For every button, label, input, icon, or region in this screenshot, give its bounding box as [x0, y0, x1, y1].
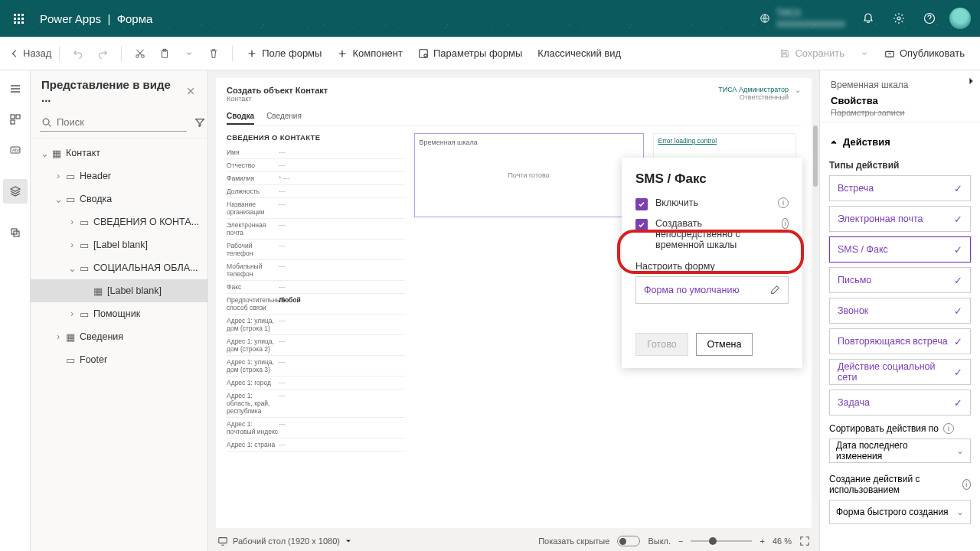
svg-rect-10: [11, 115, 15, 119]
svg-rect-11: [16, 115, 20, 119]
redo-icon[interactable]: [92, 43, 113, 64]
save-button[interactable]: Сохранить: [773, 41, 851, 66]
action-call[interactable]: Звонок✓: [829, 298, 971, 324]
library-icon[interactable]: [3, 220, 28, 245]
paste-icon[interactable]: [154, 43, 175, 64]
form-params-button[interactable]: Параметры формы: [412, 41, 528, 66]
collapse-icon[interactable]: [966, 77, 975, 86]
back-button[interactable]: Назад: [9, 47, 51, 59]
svg-point-1: [897, 17, 900, 20]
cancel-button[interactable]: Отмена: [696, 333, 753, 356]
svg-rect-12: [11, 120, 15, 124]
close-icon[interactable]: [183, 83, 198, 99]
settings-icon[interactable]: [885, 0, 913, 37]
tree-node-contact[interactable]: ⌄▦Контакт: [31, 142, 207, 165]
undo-icon[interactable]: [67, 43, 89, 64]
save-chevron-icon[interactable]: [854, 43, 875, 64]
tab-summary[interactable]: Сводка: [227, 109, 254, 125]
property-panel: Временная шкала Свойства Параметры запис…: [819, 70, 980, 551]
tree-node-label-blank-2[interactable]: ▦[Label blank]: [31, 279, 207, 302]
done-button: Готово: [635, 333, 688, 356]
tree-node-details[interactable]: ›▦Сведения: [31, 325, 207, 348]
add-form-field-button[interactable]: Поле формы: [240, 41, 328, 66]
paste-chevron-icon[interactable]: [178, 43, 200, 64]
tree-view-icon[interactable]: [3, 179, 28, 204]
action-sms[interactable]: SMS / Факс✓: [829, 236, 971, 262]
zoom-slider[interactable]: [691, 540, 752, 542]
action-meeting[interactable]: Встреча✓: [829, 175, 971, 201]
svg-text:Abc: Abc: [12, 148, 20, 152]
tree-node-label-blank-1[interactable]: ›▭[Label blank]: [31, 233, 207, 256]
action-email[interactable]: Электронная почта✓: [829, 206, 971, 232]
components-icon[interactable]: [3, 107, 28, 132]
form-owner[interactable]: ТИСА Администратор Ответственный: [718, 86, 789, 101]
info-icon[interactable]: i: [778, 197, 789, 208]
search-input[interactable]: [40, 113, 187, 132]
info-icon[interactable]: i: [962, 479, 971, 490]
popup-title: SMS / Факс: [635, 171, 789, 187]
sms-fax-popup: SMS / Факс Включить i Создавать непосред…: [622, 158, 802, 368]
enable-checkbox[interactable]: [635, 198, 648, 210]
timeline-control[interactable]: Временная шкала Почти готово: [414, 133, 644, 217]
action-social[interactable]: Действие социальной сети✓: [829, 359, 971, 385]
sort-select[interactable]: Дата последнего изменения⌄: [829, 439, 971, 463]
action-recurring[interactable]: Повторяющаяся встреча✓: [829, 328, 971, 354]
tree-node-social[interactable]: ⌄▭СОЦИАЛЬНАЯ ОБЛА...: [31, 256, 207, 279]
tree-node-footer[interactable]: ▭Footer: [31, 348, 207, 371]
actions-section-header[interactable]: Действия: [829, 129, 971, 154]
info-icon[interactable]: i: [782, 218, 789, 229]
tree-node-summary[interactable]: ⌄▭Сводка: [31, 187, 207, 210]
svg-rect-18: [219, 538, 227, 543]
classic-view-button[interactable]: Классический вид: [531, 41, 627, 66]
tree-node-header[interactable]: ›▭Header: [31, 165, 207, 187]
canvas-scrollbar[interactable]: [813, 80, 818, 500]
tree-node-helper[interactable]: ›▭Помощник: [31, 302, 207, 325]
waffle-icon[interactable]: [6, 0, 31, 37]
create-with-select[interactable]: Форма быстрого создания⌄: [829, 500, 971, 524]
tree-title: Представление в виде ...: [41, 78, 183, 104]
hamburger-icon[interactable]: [3, 77, 28, 101]
chevron-down-icon[interactable]: ⌄: [795, 86, 801, 94]
show-hidden-toggle[interactable]: [617, 536, 640, 546]
app-title: Power Apps | Форма: [40, 12, 152, 25]
command-bar: Назад Поле формы Компонент Параметры фор…: [0, 37, 980, 70]
svg-rect-9: [886, 51, 894, 57]
action-task[interactable]: Задача✓: [829, 390, 971, 416]
tree-node-contact-info[interactable]: ›▭СВЕДЕНИЯ О КОНТА...: [31, 210, 207, 233]
bell-icon[interactable]: [854, 0, 882, 37]
info-icon[interactable]: i: [943, 423, 954, 434]
left-rail: Abc: [0, 70, 31, 551]
action-letter[interactable]: Письмо✓: [829, 267, 971, 293]
app-header: Power Apps | Форма ТИСАxxxxxxxxxxxxxxx: [0, 0, 980, 37]
form-title: Создать объект Контакт: [227, 86, 718, 95]
viewport-selector[interactable]: Рабочий стол (1920 x 1080): [217, 536, 352, 546]
svg-point-17: [43, 119, 49, 125]
environment-picker[interactable]: ТИСАxxxxxxxxxxxxxxx: [760, 8, 845, 29]
create-direct-checkbox[interactable]: [635, 219, 648, 231]
delete-icon[interactable]: [203, 43, 224, 64]
user-avatar[interactable]: [946, 0, 974, 37]
help-icon[interactable]: [916, 0, 943, 37]
zoom-in-icon[interactable]: +: [760, 536, 764, 546]
tab-details[interactable]: Сведения: [266, 109, 302, 125]
zoom-out-icon[interactable]: −: [678, 536, 683, 546]
add-component-button[interactable]: Компонент: [331, 41, 409, 66]
svg-point-8: [424, 54, 427, 57]
default-form-select[interactable]: Форма по умолчанию: [635, 276, 789, 304]
tree-panel: Представление в виде ... ⌄▦Контакт ›▭Hea…: [31, 70, 208, 551]
fit-icon[interactable]: [799, 536, 810, 546]
cut-icon[interactable]: [129, 43, 151, 64]
status-bar: Рабочий стол (1920 x 1080) Показать скры…: [217, 531, 810, 551]
abc-icon[interactable]: Abc: [3, 138, 28, 162]
publish-button[interactable]: Опубликовать: [878, 41, 971, 66]
